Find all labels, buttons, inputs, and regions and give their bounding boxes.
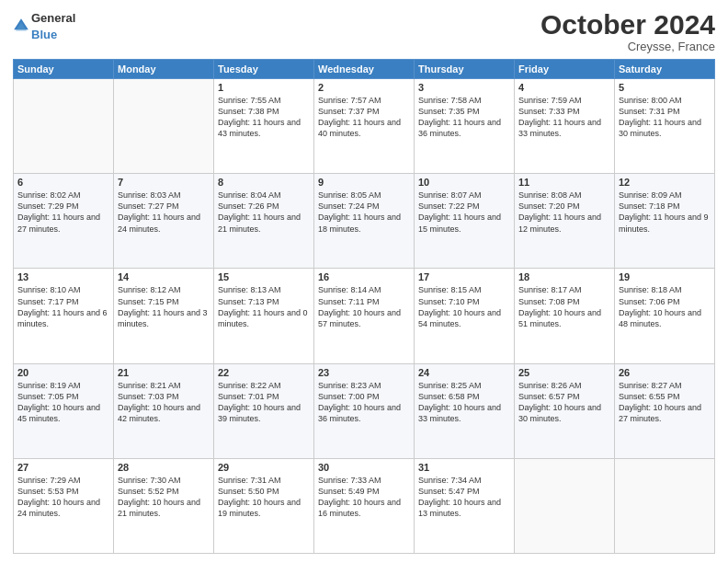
day-number: 14 [118, 271, 210, 282]
table-row [114, 79, 214, 174]
table-row: 28Sunrise: 7:30 AM Sunset: 5:52 PM Dayli… [114, 458, 214, 553]
cell-info: Sunrise: 8:02 AM Sunset: 7:29 PM Dayligh… [17, 190, 109, 235]
logo-icon [13, 17, 29, 34]
table-row: 13Sunrise: 8:10 AM Sunset: 7:17 PM Dayli… [14, 269, 114, 363]
table-row: 8Sunrise: 8:04 AM Sunset: 7:26 PM Daylig… [214, 174, 314, 269]
day-number: 19 [619, 271, 711, 282]
day-number: 30 [318, 462, 410, 473]
logo-text: General Blue [31, 9, 75, 42]
table-row: 9Sunrise: 8:05 AM Sunset: 7:24 PM Daylig… [314, 174, 415, 269]
table-row: 27Sunrise: 7:29 AM Sunset: 5:53 PM Dayli… [14, 458, 114, 553]
day-number: 1 [218, 82, 310, 93]
week-row-1: 6Sunrise: 8:02 AM Sunset: 7:29 PM Daylig… [14, 174, 715, 269]
cell-info: Sunrise: 8:15 AM Sunset: 7:10 PM Dayligh… [418, 284, 510, 329]
table-row: 18Sunrise: 8:17 AM Sunset: 7:08 PM Dayli… [515, 269, 615, 363]
day-number: 8 [218, 177, 310, 188]
day-number: 5 [619, 82, 711, 93]
table-row [515, 458, 615, 553]
day-number: 15 [218, 271, 310, 282]
table-row: 19Sunrise: 8:18 AM Sunset: 7:06 PM Dayli… [615, 269, 715, 363]
day-number: 24 [418, 367, 510, 378]
table-row: 4Sunrise: 7:59 AM Sunset: 7:33 PM Daylig… [515, 79, 615, 174]
table-row: 2Sunrise: 7:57 AM Sunset: 7:37 PM Daylig… [314, 79, 415, 174]
logo: General Blue [13, 9, 75, 42]
table-row: 23Sunrise: 8:23 AM Sunset: 7:00 PM Dayli… [314, 363, 415, 458]
cell-info: Sunrise: 7:29 AM Sunset: 5:53 PM Dayligh… [17, 475, 109, 520]
cell-info: Sunrise: 7:55 AM Sunset: 7:38 PM Dayligh… [218, 95, 310, 140]
day-number: 28 [118, 462, 210, 473]
day-number: 7 [118, 177, 210, 188]
month-title: October 2024 [540, 9, 715, 40]
cell-info: Sunrise: 8:21 AM Sunset: 7:03 PM Dayligh… [118, 380, 210, 425]
cell-info: Sunrise: 8:13 AM Sunset: 7:13 PM Dayligh… [218, 284, 310, 329]
day-number: 2 [318, 82, 410, 93]
page: General Blue October 2024 Creysse, Franc… [0, 0, 728, 563]
table-row: 17Sunrise: 8:15 AM Sunset: 7:10 PM Dayli… [415, 269, 515, 363]
table-row: 1Sunrise: 7:55 AM Sunset: 7:38 PM Daylig… [214, 79, 314, 174]
cell-info: Sunrise: 7:33 AM Sunset: 5:49 PM Dayligh… [318, 475, 410, 520]
day-number: 12 [619, 177, 711, 188]
table-row: 14Sunrise: 8:12 AM Sunset: 7:15 PM Dayli… [114, 269, 214, 363]
day-number: 9 [318, 177, 410, 188]
table-row: 11Sunrise: 8:08 AM Sunset: 7:20 PM Dayli… [515, 174, 615, 269]
title-block: October 2024 Creysse, France [540, 9, 715, 53]
table-row: 16Sunrise: 8:14 AM Sunset: 7:11 PM Dayli… [314, 269, 415, 363]
week-row-4: 27Sunrise: 7:29 AM Sunset: 5:53 PM Dayli… [14, 458, 715, 553]
day-number: 25 [518, 367, 610, 378]
calendar-header-row: Sunday Monday Tuesday Wednesday Thursday… [14, 60, 715, 79]
day-number: 17 [418, 271, 510, 282]
cell-info: Sunrise: 8:07 AM Sunset: 7:22 PM Dayligh… [418, 190, 510, 235]
day-number: 6 [17, 177, 109, 188]
col-tuesday: Tuesday [214, 60, 314, 79]
cell-info: Sunrise: 8:09 AM Sunset: 7:18 PM Dayligh… [619, 190, 711, 235]
table-row: 26Sunrise: 8:27 AM Sunset: 6:55 PM Dayli… [615, 363, 715, 458]
day-number: 21 [118, 367, 210, 378]
col-saturday: Saturday [615, 60, 715, 79]
header: General Blue October 2024 Creysse, Franc… [13, 9, 715, 53]
col-sunday: Sunday [14, 60, 114, 79]
table-row: 12Sunrise: 8:09 AM Sunset: 7:18 PM Dayli… [615, 174, 715, 269]
day-number: 4 [518, 82, 610, 93]
table-row: 7Sunrise: 8:03 AM Sunset: 7:27 PM Daylig… [114, 174, 214, 269]
col-thursday: Thursday [415, 60, 515, 79]
cell-info: Sunrise: 8:19 AM Sunset: 7:05 PM Dayligh… [17, 380, 109, 425]
cell-info: Sunrise: 7:57 AM Sunset: 7:37 PM Dayligh… [318, 95, 410, 140]
table-row [615, 458, 715, 553]
cell-info: Sunrise: 8:08 AM Sunset: 7:20 PM Dayligh… [518, 190, 610, 235]
cell-info: Sunrise: 8:27 AM Sunset: 6:55 PM Dayligh… [619, 380, 711, 425]
cell-info: Sunrise: 8:23 AM Sunset: 7:00 PM Dayligh… [318, 380, 410, 425]
cell-info: Sunrise: 7:58 AM Sunset: 7:35 PM Dayligh… [418, 95, 510, 140]
day-number: 13 [17, 271, 109, 282]
day-number: 27 [17, 462, 109, 473]
table-row: 3Sunrise: 7:58 AM Sunset: 7:35 PM Daylig… [415, 79, 515, 174]
cell-info: Sunrise: 7:34 AM Sunset: 5:47 PM Dayligh… [418, 475, 510, 520]
table-row [14, 79, 114, 174]
day-number: 20 [17, 367, 109, 378]
cell-info: Sunrise: 8:03 AM Sunset: 7:27 PM Dayligh… [118, 190, 210, 235]
table-row: 31Sunrise: 7:34 AM Sunset: 5:47 PM Dayli… [415, 458, 515, 553]
day-number: 11 [518, 177, 610, 188]
cell-info: Sunrise: 8:22 AM Sunset: 7:01 PM Dayligh… [218, 380, 310, 425]
cell-info: Sunrise: 8:18 AM Sunset: 7:06 PM Dayligh… [619, 284, 711, 329]
table-row: 10Sunrise: 8:07 AM Sunset: 7:22 PM Dayli… [415, 174, 515, 269]
table-row: 5Sunrise: 8:00 AM Sunset: 7:31 PM Daylig… [615, 79, 715, 174]
day-number: 3 [418, 82, 510, 93]
table-row: 22Sunrise: 8:22 AM Sunset: 7:01 PM Dayli… [214, 363, 314, 458]
col-monday: Monday [114, 60, 214, 79]
calendar-table: Sunday Monday Tuesday Wednesday Thursday… [13, 59, 715, 554]
cell-info: Sunrise: 7:31 AM Sunset: 5:50 PM Dayligh… [218, 475, 310, 520]
week-row-0: 1Sunrise: 7:55 AM Sunset: 7:38 PM Daylig… [14, 79, 715, 174]
logo-general: General [31, 11, 75, 25]
table-row: 15Sunrise: 8:13 AM Sunset: 7:13 PM Dayli… [214, 269, 314, 363]
cell-info: Sunrise: 8:14 AM Sunset: 7:11 PM Dayligh… [318, 284, 410, 329]
cell-info: Sunrise: 8:04 AM Sunset: 7:26 PM Dayligh… [218, 190, 310, 235]
logo-blue: Blue [31, 28, 57, 41]
table-row: 30Sunrise: 7:33 AM Sunset: 5:49 PM Dayli… [314, 458, 415, 553]
table-row: 6Sunrise: 8:02 AM Sunset: 7:29 PM Daylig… [14, 174, 114, 269]
cell-info: Sunrise: 8:05 AM Sunset: 7:24 PM Dayligh… [318, 190, 410, 235]
cell-info: Sunrise: 7:59 AM Sunset: 7:33 PM Dayligh… [518, 95, 610, 140]
table-row: 25Sunrise: 8:26 AM Sunset: 6:57 PM Dayli… [515, 363, 615, 458]
cell-info: Sunrise: 8:26 AM Sunset: 6:57 PM Dayligh… [518, 380, 610, 425]
day-number: 16 [318, 271, 410, 282]
table-row: 21Sunrise: 8:21 AM Sunset: 7:03 PM Dayli… [114, 363, 214, 458]
